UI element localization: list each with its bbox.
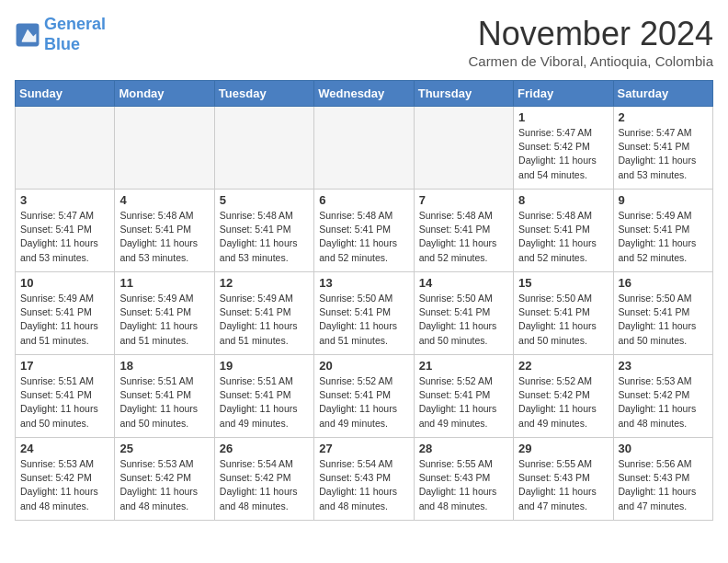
day-cell: 2Sunrise: 5:47 AM Sunset: 5:41 PM Daylig… xyxy=(613,107,712,190)
day-info: Sunrise: 5:47 AM Sunset: 5:41 PM Dayligh… xyxy=(20,209,109,265)
location-title: Carmen de Viboral, Antioquia, Colombia xyxy=(468,53,713,69)
day-number: 4 xyxy=(119,193,209,207)
weekday-header-thursday: Thursday xyxy=(414,81,513,107)
logo-text: General Blue xyxy=(44,15,106,54)
day-info: Sunrise: 5:50 AM Sunset: 5:41 PM Dayligh… xyxy=(518,292,608,348)
day-number: 26 xyxy=(220,442,309,455)
day-cell: 29Sunrise: 5:55 AM Sunset: 5:43 PM Dayli… xyxy=(514,438,613,521)
weekday-header-row: SundayMondayTuesdayWednesdayThursdayFrid… xyxy=(16,81,713,107)
day-cell: 23Sunrise: 5:53 AM Sunset: 5:42 PM Dayli… xyxy=(613,355,712,438)
day-number: 15 xyxy=(518,276,608,290)
day-number: 14 xyxy=(419,276,508,290)
day-info: Sunrise: 5:48 AM Sunset: 5:41 PM Dayligh… xyxy=(220,209,309,265)
weekday-header-monday: Monday xyxy=(115,81,214,107)
page-header: General Blue November 2024 Carmen de Vib… xyxy=(15,15,713,69)
day-cell: 1Sunrise: 5:47 AM Sunset: 5:42 PM Daylig… xyxy=(514,107,613,190)
day-number: 13 xyxy=(319,276,408,290)
day-info: Sunrise: 5:48 AM Sunset: 5:41 PM Dayligh… xyxy=(419,209,508,265)
weekday-header-saturday: Saturday xyxy=(613,81,712,107)
day-info: Sunrise: 5:52 AM Sunset: 5:41 PM Dayligh… xyxy=(419,374,508,431)
day-info: Sunrise: 5:52 AM Sunset: 5:41 PM Dayligh… xyxy=(319,374,408,431)
day-info: Sunrise: 5:49 AM Sunset: 5:41 PM Dayligh… xyxy=(619,209,708,265)
day-number: 19 xyxy=(220,359,309,373)
day-number: 6 xyxy=(319,193,408,207)
day-cell: 19Sunrise: 5:51 AM Sunset: 5:41 PM Dayli… xyxy=(214,355,313,438)
week-row-3: 10Sunrise: 5:49 AM Sunset: 5:41 PM Dayli… xyxy=(16,272,713,355)
day-info: Sunrise: 5:55 AM Sunset: 5:43 PM Dayligh… xyxy=(419,457,508,513)
day-number: 2 xyxy=(619,110,708,124)
week-row-4: 17Sunrise: 5:51 AM Sunset: 5:41 PM Dayli… xyxy=(16,355,713,438)
day-number: 7 xyxy=(419,193,508,207)
day-cell: 27Sunrise: 5:54 AM Sunset: 5:43 PM Dayli… xyxy=(314,438,414,521)
day-cell: 17Sunrise: 5:51 AM Sunset: 5:41 PM Dayli… xyxy=(16,355,115,438)
day-cell: 20Sunrise: 5:52 AM Sunset: 5:41 PM Dayli… xyxy=(314,355,414,438)
day-info: Sunrise: 5:49 AM Sunset: 5:41 PM Dayligh… xyxy=(220,292,309,348)
day-info: Sunrise: 5:50 AM Sunset: 5:41 PM Dayligh… xyxy=(419,292,508,348)
day-cell: 30Sunrise: 5:56 AM Sunset: 5:43 PM Dayli… xyxy=(613,438,712,521)
day-cell: 11Sunrise: 5:49 AM Sunset: 5:41 PM Dayli… xyxy=(115,272,214,355)
day-cell: 8Sunrise: 5:48 AM Sunset: 5:41 PM Daylig… xyxy=(514,190,613,272)
day-cell: 15Sunrise: 5:50 AM Sunset: 5:41 PM Dayli… xyxy=(514,272,613,355)
title-block: November 2024 Carmen de Viboral, Antioqu… xyxy=(468,15,713,69)
day-number: 18 xyxy=(119,359,209,373)
day-cell: 10Sunrise: 5:49 AM Sunset: 5:41 PM Dayli… xyxy=(16,272,115,355)
weekday-header-wednesday: Wednesday xyxy=(314,81,414,107)
day-info: Sunrise: 5:56 AM Sunset: 5:43 PM Dayligh… xyxy=(619,457,708,513)
day-cell: 12Sunrise: 5:49 AM Sunset: 5:41 PM Dayli… xyxy=(214,272,313,355)
weekday-header-sunday: Sunday xyxy=(16,81,115,107)
day-info: Sunrise: 5:51 AM Sunset: 5:41 PM Dayligh… xyxy=(220,374,309,431)
day-info: Sunrise: 5:51 AM Sunset: 5:41 PM Dayligh… xyxy=(20,374,109,431)
day-info: Sunrise: 5:48 AM Sunset: 5:41 PM Dayligh… xyxy=(518,209,608,265)
day-number: 12 xyxy=(220,276,309,290)
day-number: 20 xyxy=(319,359,408,373)
day-number: 9 xyxy=(619,193,708,207)
day-number: 5 xyxy=(220,193,309,207)
day-cell: 16Sunrise: 5:50 AM Sunset: 5:41 PM Dayli… xyxy=(613,272,712,355)
day-number: 24 xyxy=(20,442,109,455)
day-cell: 22Sunrise: 5:52 AM Sunset: 5:42 PM Dayli… xyxy=(514,355,613,438)
day-info: Sunrise: 5:55 AM Sunset: 5:43 PM Dayligh… xyxy=(518,457,608,513)
logo-icon xyxy=(15,22,40,48)
day-info: Sunrise: 5:52 AM Sunset: 5:42 PM Dayligh… xyxy=(518,374,608,431)
week-row-5: 24Sunrise: 5:53 AM Sunset: 5:42 PM Dayli… xyxy=(16,438,713,521)
day-info: Sunrise: 5:47 AM Sunset: 5:42 PM Dayligh… xyxy=(518,126,608,182)
day-number: 21 xyxy=(419,359,508,373)
month-title: November 2024 xyxy=(468,15,713,53)
day-info: Sunrise: 5:48 AM Sunset: 5:41 PM Dayligh… xyxy=(119,209,209,265)
logo-line1: General xyxy=(44,15,106,33)
weekday-header-friday: Friday xyxy=(514,81,613,107)
day-number: 11 xyxy=(119,276,209,290)
day-cell: 25Sunrise: 5:53 AM Sunset: 5:42 PM Dayli… xyxy=(115,438,214,521)
day-info: Sunrise: 5:53 AM Sunset: 5:42 PM Dayligh… xyxy=(20,457,109,513)
day-cell: 7Sunrise: 5:48 AM Sunset: 5:41 PM Daylig… xyxy=(414,190,513,272)
day-cell xyxy=(314,107,414,190)
day-cell: 26Sunrise: 5:54 AM Sunset: 5:42 PM Dayli… xyxy=(214,438,313,521)
day-info: Sunrise: 5:53 AM Sunset: 5:42 PM Dayligh… xyxy=(119,457,209,513)
day-cell: 21Sunrise: 5:52 AM Sunset: 5:41 PM Dayli… xyxy=(414,355,513,438)
day-cell: 28Sunrise: 5:55 AM Sunset: 5:43 PM Dayli… xyxy=(414,438,513,521)
day-cell: 18Sunrise: 5:51 AM Sunset: 5:41 PM Dayli… xyxy=(115,355,214,438)
day-number: 16 xyxy=(619,276,708,290)
day-info: Sunrise: 5:48 AM Sunset: 5:41 PM Dayligh… xyxy=(319,209,408,265)
day-cell xyxy=(214,107,313,190)
day-number: 28 xyxy=(419,442,508,455)
day-number: 29 xyxy=(518,442,608,455)
day-cell: 13Sunrise: 5:50 AM Sunset: 5:41 PM Dayli… xyxy=(314,272,414,355)
day-info: Sunrise: 5:50 AM Sunset: 5:41 PM Dayligh… xyxy=(619,292,708,348)
day-cell: 5Sunrise: 5:48 AM Sunset: 5:41 PM Daylig… xyxy=(214,190,313,272)
day-info: Sunrise: 5:54 AM Sunset: 5:42 PM Dayligh… xyxy=(220,457,309,513)
day-number: 17 xyxy=(20,359,109,373)
day-cell xyxy=(16,107,115,190)
day-number: 8 xyxy=(518,193,608,207)
day-info: Sunrise: 5:53 AM Sunset: 5:42 PM Dayligh… xyxy=(619,374,708,431)
day-info: Sunrise: 5:54 AM Sunset: 5:43 PM Dayligh… xyxy=(319,457,408,513)
day-info: Sunrise: 5:51 AM Sunset: 5:41 PM Dayligh… xyxy=(119,374,209,431)
day-cell: 4Sunrise: 5:48 AM Sunset: 5:41 PM Daylig… xyxy=(115,190,214,272)
day-cell xyxy=(115,107,214,190)
day-cell: 6Sunrise: 5:48 AM Sunset: 5:41 PM Daylig… xyxy=(314,190,414,272)
day-cell: 14Sunrise: 5:50 AM Sunset: 5:41 PM Dayli… xyxy=(414,272,513,355)
logo-line2: Blue xyxy=(44,35,80,53)
day-info: Sunrise: 5:49 AM Sunset: 5:41 PM Dayligh… xyxy=(119,292,209,348)
weekday-header-tuesday: Tuesday xyxy=(214,81,313,107)
day-info: Sunrise: 5:49 AM Sunset: 5:41 PM Dayligh… xyxy=(20,292,109,348)
